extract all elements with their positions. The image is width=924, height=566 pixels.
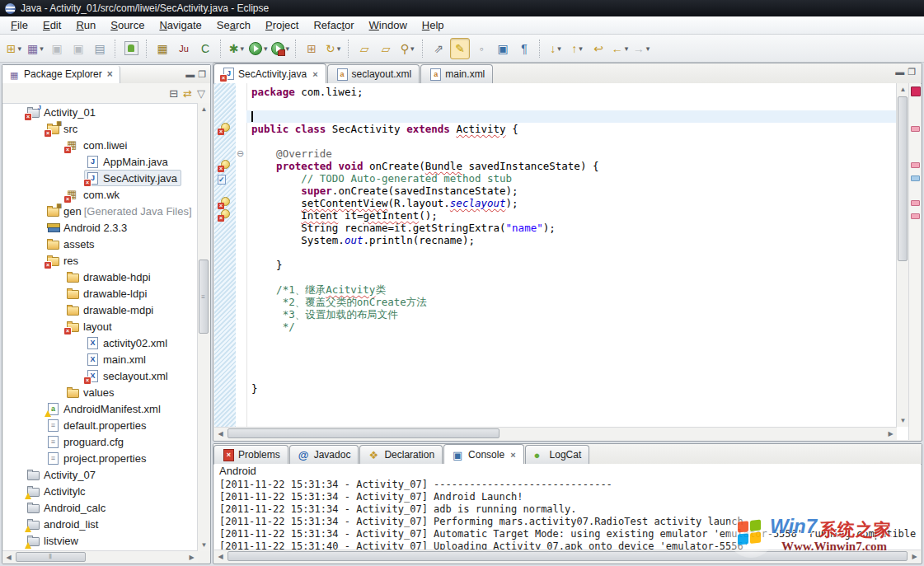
forward-button[interactable]: →▾ (631, 38, 651, 59)
menu-help[interactable]: Help (415, 17, 452, 33)
open-resource-button[interactable]: ▱ (354, 38, 374, 59)
new-android-project-button[interactable]: ⊞ (302, 38, 321, 59)
menu-project[interactable]: Project (258, 17, 306, 33)
console-horizontal-scrollbar[interactable]: ◀ ▶ (214, 550, 921, 563)
debug-button[interactable]: ✱▾ (227, 38, 246, 59)
menu-window[interactable]: Window (362, 17, 415, 33)
menu-navigate[interactable]: Navigate (152, 17, 209, 33)
dropdown-arrow-icon[interactable]: ▾ (264, 44, 268, 53)
task-check-icon[interactable]: ✓ (218, 172, 231, 184)
code-editor[interactable]: ✓ ⊖ package com.liwei;public class SecAc… (214, 83, 921, 440)
toggle-highlight-button[interactable]: ✎ (450, 38, 470, 59)
tree-item-src[interactable]: ▦×src (3, 120, 197, 137)
dropdown-arrow-icon[interactable]: ▾ (410, 44, 415, 53)
editor-overview-ruler[interactable] (908, 83, 921, 440)
tree-item-activity02-xml[interactable]: Xactivity02.xml (3, 334, 197, 351)
tree-horizontal-scrollbar[interactable]: ◀ ▶ ⦀ (2, 550, 198, 564)
search-button[interactable]: ⚲▾ (397, 38, 417, 59)
tree-item-activity-01[interactable]: J×Activity_01 (3, 104, 197, 120)
next-annotation-button[interactable]: ↓▾ (546, 38, 565, 59)
android-sdk-manager-button[interactable] (121, 38, 141, 59)
tree-item-activitylc[interactable]: Activitylc (3, 483, 197, 499)
console-view[interactable]: Android [2011-11-22 15:31:34 - Activity_… (214, 464, 921, 563)
run-external-tools-button[interactable]: ▾ (270, 38, 291, 59)
tree-item-com-liwei[interactable]: ▦×com.liwei (3, 137, 197, 153)
quickfix-error-icon[interactable] (218, 160, 231, 171)
tree-item-drawable-hdpi[interactable]: drawable-hdpi (3, 269, 197, 285)
editor-horizontal-scrollbar[interactable]: ◀ ▶ (214, 427, 897, 440)
maximize-view-icon[interactable]: ❐ (198, 69, 206, 80)
run-button[interactable]: ▾ (248, 38, 269, 59)
scroll-left-icon[interactable]: ◀ (2, 551, 15, 564)
quickfix-error-icon[interactable] (218, 123, 231, 134)
tree-item-layout[interactable]: ×layout (3, 318, 197, 334)
tree-item-android-list[interactable]: android_list (3, 516, 197, 532)
new-java-project-button[interactable]: ▦▾ (26, 38, 45, 59)
dropdown-arrow-icon[interactable]: ▾ (337, 44, 341, 53)
editor-scroll-thumb[interactable] (898, 96, 908, 261)
tab-console[interactable]: ▣Console× (443, 444, 523, 464)
new-junit-test-button[interactable]: Ju (174, 38, 194, 59)
print-button[interactable]: ▤ (90, 38, 110, 59)
editor-hscroll-thumb[interactable] (227, 428, 500, 438)
scroll-right-icon[interactable]: ▶ (884, 428, 897, 440)
save-all-button[interactable]: ▣ (68, 38, 88, 59)
view-menu-icon[interactable]: ▽ (197, 87, 205, 100)
error-marker-icon[interactable] (911, 126, 920, 132)
menu-file[interactable]: File (3, 17, 35, 33)
mark-occurrences-button[interactable]: ⇗ (429, 38, 448, 59)
new-java-class-button[interactable]: C (195, 38, 215, 59)
editor-tab-secactivity-java[interactable]: J×SecActivity.java× (213, 63, 326, 83)
tree-item-values[interactable]: values (3, 384, 197, 400)
scroll-right-icon[interactable]: ▶ (908, 550, 921, 563)
tree-item-appmain-java[interactable]: JAppMain.java (3, 153, 197, 170)
editor-tab-seclayout-xml[interactable]: aseclayout.xml (327, 64, 420, 83)
tree-item-project-properties[interactable]: ≡project.properties (3, 450, 197, 466)
scroll-up-icon[interactable]: ▲ (897, 83, 909, 96)
editor-vertical-scrollbar[interactable]: ▲ ▼ (896, 83, 909, 427)
menu-source[interactable]: Source (103, 17, 152, 33)
menu-refactor[interactable]: Refactor (306, 17, 361, 33)
tree-item-default-properties[interactable]: ≡default.properties (3, 417, 197, 433)
code-text-area[interactable]: package com.liwei;public class SecActivi… (246, 83, 896, 427)
new-java-package-button[interactable]: ▦ (152, 38, 172, 59)
package-explorer-tab[interactable]: ▦ Package Explorer × (2, 66, 120, 83)
quickfix-error-icon[interactable] (218, 197, 231, 208)
menu-run[interactable]: Run (68, 17, 103, 33)
tree-item-listview[interactable]: listview (3, 532, 197, 549)
show-selected-element-button[interactable]: ▣ (493, 38, 513, 59)
error-marker-icon[interactable] (911, 162, 920, 168)
tab-problems[interactable]: ×Problems (213, 445, 288, 464)
close-view-icon[interactable]: × (107, 68, 113, 80)
minimize-view-icon[interactable]: ▬ (185, 69, 195, 80)
tab-logcat[interactable]: ●LogCat (525, 445, 590, 464)
dropdown-arrow-icon[interactable]: ▾ (625, 44, 629, 53)
back-button[interactable]: ←▾ (610, 38, 630, 59)
tree-item-seclayout-xml[interactable]: X×seclayout.xml (3, 367, 197, 384)
new-wizard-button[interactable]: ⊞▾ (4, 38, 24, 59)
menu-edit[interactable]: Edit (35, 17, 68, 33)
tree-item-android-2-3-3[interactable]: Android 2.3.3 (3, 219, 197, 236)
scroll-down-icon[interactable]: ▼ (897, 414, 909, 427)
tree-item-res[interactable]: ×res (3, 252, 197, 269)
tab-declaration[interactable]: ❖Declaration (359, 445, 443, 464)
dropdown-arrow-icon[interactable]: ▾ (286, 44, 290, 53)
info-marker-icon[interactable] (911, 175, 920, 181)
maximize-editor-icon[interactable]: ❐ (908, 67, 916, 77)
tree-item-activity-07[interactable]: Activity_07 (3, 466, 197, 483)
close-tab-icon[interactable]: × (510, 450, 515, 460)
tree-item-androidmanifest-xml[interactable]: aAndroidManifest.xml (3, 400, 197, 417)
dropdown-arrow-icon[interactable]: ▾ (18, 44, 22, 53)
tab-javadoc[interactable]: @Javadoc (289, 445, 359, 464)
scroll-down-icon[interactable]: ▼ (198, 539, 210, 551)
collapse-region-icon[interactable]: ⊖ (237, 147, 244, 160)
tree-item-com-wk[interactable]: ▦×com.wk (3, 186, 197, 203)
save-button[interactable]: ▣ (47, 38, 67, 59)
close-tab-icon[interactable]: × (312, 69, 317, 79)
minimize-editor-icon[interactable]: ▬ (895, 67, 904, 77)
dropdown-arrow-icon[interactable]: ▾ (241, 44, 245, 53)
collapse-all-icon[interactable]: ⊟ (169, 87, 178, 100)
tree-item-main-xml[interactable]: Xmain.xml (3, 351, 197, 367)
error-marker-icon[interactable] (911, 200, 920, 206)
tree-item-secactivity-java[interactable]: J×SecActivity.java (3, 170, 197, 186)
